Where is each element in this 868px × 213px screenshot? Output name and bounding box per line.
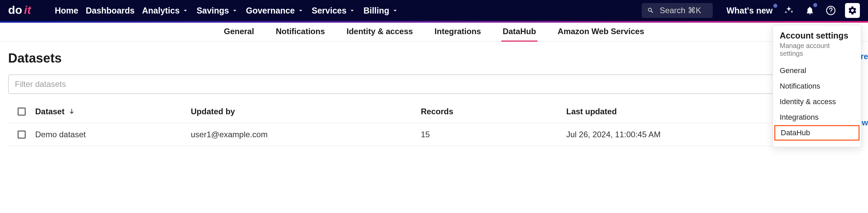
- nav-billing[interactable]: Billing: [363, 6, 398, 16]
- page-title: Datasets: [8, 51, 860, 66]
- column-label: Updated by: [191, 107, 235, 116]
- tab-label: DataHub: [503, 27, 536, 36]
- tab-label: Identity & access: [346, 27, 413, 36]
- tab-label: Amazon Web Services: [558, 27, 644, 36]
- table-header-row: Dataset Updated by Records Last updated: [8, 100, 860, 123]
- popover-item-integrations[interactable]: Integrations: [773, 110, 861, 125]
- notification-dot-icon: [773, 4, 777, 8]
- nav-label: Dashboards: [86, 6, 134, 16]
- tab-integrations[interactable]: Integrations: [433, 23, 482, 42]
- nav-governance[interactable]: Governance: [246, 6, 304, 16]
- help-icon: [826, 5, 836, 16]
- settings-gear-button[interactable]: [845, 3, 860, 18]
- chevron-down-icon: [348, 7, 356, 14]
- nav-label: Home: [55, 6, 78, 16]
- popover-subtitle: Manage account settings: [773, 42, 861, 57]
- search-input[interactable]: [660, 6, 707, 15]
- bell-icon: [805, 6, 815, 15]
- help-button[interactable]: [824, 4, 838, 17]
- nav-home[interactable]: Home: [55, 6, 78, 16]
- cell-dataset: Demo dataset: [35, 130, 86, 139]
- nav-label: Services: [312, 6, 347, 16]
- filter-datasets-input[interactable]: [8, 74, 860, 94]
- column-header-updated-by[interactable]: Updated by: [191, 107, 421, 116]
- popover-item-general[interactable]: General: [773, 63, 861, 78]
- datasets-table: Dataset Updated by Records Last updated …: [8, 100, 860, 146]
- brand-logo[interactable]: do it: [8, 4, 45, 17]
- column-header-dataset[interactable]: Dataset: [35, 107, 191, 116]
- tab-aws[interactable]: Amazon Web Services: [556, 23, 646, 42]
- popover-title: Account settings: [773, 31, 861, 41]
- column-label: Last updated: [566, 107, 617, 116]
- cell-last-updated: Jul 26, 2024, 11:00:45 AM: [566, 130, 661, 139]
- top-nav: do it Home Dashboards Analytics Savings …: [0, 0, 868, 21]
- chevron-down-icon: [297, 7, 304, 14]
- tab-label: Integrations: [435, 27, 481, 36]
- gear-icon: [848, 6, 857, 15]
- sort-arrow-down-icon: [68, 108, 75, 115]
- account-settings-popover: Account settings Manage account settings…: [773, 25, 861, 147]
- chevron-down-icon: [391, 7, 399, 14]
- column-label: Records: [421, 107, 453, 116]
- column-header-records[interactable]: Records: [421, 107, 566, 116]
- nav-label: Billing: [363, 6, 389, 16]
- nav-dashboards[interactable]: Dashboards: [86, 6, 134, 16]
- search-icon: [647, 6, 654, 15]
- tab-identity-access[interactable]: Identity & access: [345, 23, 414, 42]
- tab-label: General: [224, 27, 254, 36]
- popover-item-notifications[interactable]: Notifications: [773, 78, 861, 94]
- popover-item-identity-access[interactable]: Identity & access: [773, 94, 861, 110]
- settings-tabs: General Notifications Identity & access …: [0, 23, 868, 42]
- tab-general[interactable]: General: [223, 23, 255, 42]
- nav-savings[interactable]: Savings: [197, 6, 238, 16]
- tab-notifications[interactable]: Notifications: [274, 23, 326, 42]
- nav-label: Governance: [246, 6, 295, 16]
- nav-label: Savings: [197, 6, 229, 16]
- nav-services[interactable]: Services: [312, 6, 356, 16]
- cell-updated-by: user1@example.com: [191, 130, 268, 139]
- cell-records: 15: [421, 130, 430, 139]
- popover-item-datahub[interactable]: DataHub: [774, 125, 860, 141]
- nav-analytics[interactable]: Analytics: [142, 6, 189, 16]
- tab-datahub[interactable]: DataHub: [501, 23, 538, 42]
- nav-label: Analytics: [142, 6, 180, 16]
- chevron-down-icon: [231, 7, 238, 14]
- row-checkbox[interactable]: [18, 131, 26, 139]
- svg-text:do: do: [8, 4, 22, 16]
- notification-dot-icon: [813, 3, 817, 7]
- svg-point-3: [830, 13, 831, 13]
- table-row[interactable]: Demo dataset user1@example.com 15 Jul 26…: [8, 123, 860, 146]
- whats-new-label: What's new: [726, 6, 773, 15]
- whats-new-link[interactable]: What's new: [726, 6, 773, 16]
- page-content: Datasets Dataset Updated by Records Last…: [0, 42, 868, 146]
- svg-text:it: it: [24, 4, 31, 16]
- notifications-button[interactable]: [803, 4, 817, 17]
- sparkle-icon: [784, 5, 794, 16]
- tab-label: Notifications: [276, 27, 325, 36]
- select-all-checkbox[interactable]: [18, 108, 26, 116]
- global-search[interactable]: [642, 3, 713, 18]
- primary-nav-links: Home Dashboards Analytics Savings Govern…: [55, 6, 399, 16]
- chevron-down-icon: [182, 7, 189, 14]
- sparkle-button[interactable]: [782, 4, 796, 17]
- column-label: Dataset: [35, 107, 65, 116]
